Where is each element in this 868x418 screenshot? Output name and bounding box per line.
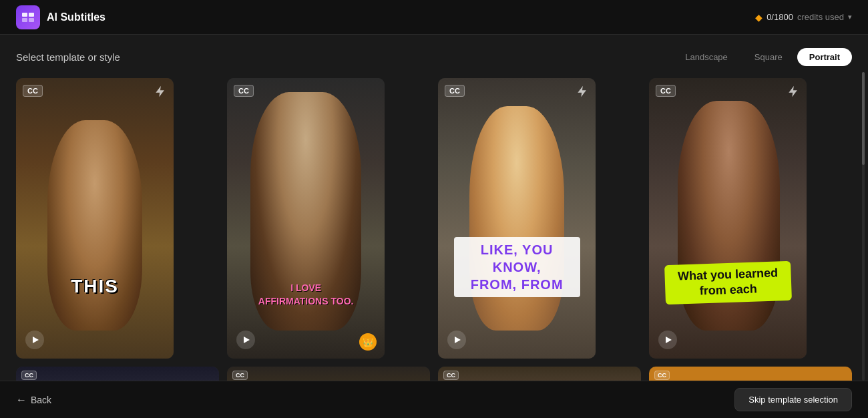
header: AI Subtitles ◆ 0/1800 credits used ▾: [0, 0, 868, 35]
tab-portrait[interactable]: Portrait: [797, 48, 852, 66]
cc-badge-6: CC: [232, 371, 248, 380]
svg-rect-0: [22, 13, 27, 17]
templates-grid: CC THIS CC I LOVEAFFIRMATIONS TOO. 👑 CC …: [16, 78, 852, 359]
template-card-2[interactable]: CC I LOVEAFFIRMATIONS TOO. 👑: [227, 78, 385, 359]
template-card-6[interactable]: CC: [227, 367, 430, 381]
app-title: AI Subtitles: [47, 11, 105, 23]
play-button-4[interactable]: [658, 331, 677, 349]
skip-template-button[interactable]: Skip template selection: [734, 388, 852, 411]
template-card-1[interactable]: CC THIS: [16, 78, 174, 359]
subtitle-text-1: THIS: [32, 276, 158, 297]
chevron-down-icon[interactable]: ▾: [848, 13, 852, 21]
footer: ← Back Skip template selection: [0, 381, 868, 418]
main-content: Select template or style Landscape Squar…: [0, 35, 868, 381]
play-button-1[interactable]: [25, 331, 44, 349]
cc-badge-1: CC: [23, 85, 43, 97]
tab-square[interactable]: Square: [742, 48, 795, 66]
back-button[interactable]: ← Back: [16, 394, 51, 406]
template-card-8[interactable]: CC: [649, 367, 852, 381]
scroll-thumb: [862, 72, 865, 165]
template-card-3[interactable]: CC LIKE, YOU KNOW,FROM, FROM: [438, 78, 596, 359]
credits-label: credits used: [797, 12, 844, 22]
cc-badge-7: CC: [443, 371, 459, 380]
play-button-2[interactable]: [236, 331, 255, 349]
brand-icon-4: [787, 85, 800, 101]
template-card-5[interactable]: CC: [16, 367, 219, 381]
cc-badge-4: CC: [656, 85, 676, 97]
cc-badge-8: CC: [654, 371, 670, 380]
brand-icon-3: [576, 85, 589, 101]
back-label: Back: [31, 395, 51, 405]
diamond-icon: ◆: [755, 12, 763, 23]
view-tabs: Landscape Square Portrait: [673, 48, 852, 66]
cc-badge-5: CC: [21, 371, 37, 380]
bottom-row: CC CC CC CC: [16, 367, 852, 381]
scroll-track: [862, 72, 865, 381]
svg-rect-2: [22, 18, 27, 22]
svg-rect-3: [29, 18, 34, 22]
scrollbar[interactable]: [861, 72, 865, 381]
back-arrow-icon: ←: [16, 394, 27, 406]
subtitle-text-3: LIKE, YOU KNOW,FROM, FROM: [454, 237, 580, 297]
template-card-4[interactable]: CC What you learnedfrom each: [649, 78, 807, 359]
subtitle-text-2: I LOVEAFFIRMATIONS TOO.: [243, 282, 369, 308]
app-logo: [16, 5, 40, 29]
tab-landscape[interactable]: Landscape: [673, 48, 740, 66]
brand-icon-1: [154, 85, 167, 101]
play-button-3[interactable]: [447, 331, 466, 349]
template-card-7[interactable]: CC: [438, 367, 641, 381]
section-title: Select template or style: [16, 51, 120, 63]
cc-badge-2: CC: [234, 85, 254, 97]
credits-used: 0/1800: [767, 12, 793, 22]
svg-rect-1: [29, 13, 34, 17]
credits-area: ◆ 0/1800 credits used ▾: [755, 12, 852, 23]
header-left: AI Subtitles: [16, 5, 105, 29]
subtitle-text-4: What you learnedfrom each: [664, 261, 792, 304]
cc-badge-3: CC: [445, 85, 465, 97]
section-header: Select template or style Landscape Squar…: [16, 48, 852, 66]
